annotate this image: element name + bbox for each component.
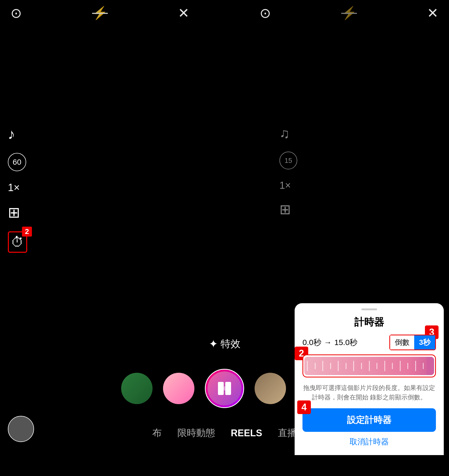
tick-6 <box>346 363 346 369</box>
speed-icon[interactable]: 1× <box>8 182 27 193</box>
tick-1 <box>307 361 308 371</box>
tick-10 <box>377 363 377 369</box>
effects-label[interactable]: ✦ 特效 <box>209 337 240 351</box>
timer-icon[interactable]: ⏱ 2 <box>8 231 27 253</box>
range-start: 0.0秒 <box>302 337 321 348</box>
right-layout-icon[interactable]: ⊞ <box>279 202 297 217</box>
flash-off2-icon[interactable]: ⚡ <box>341 6 357 20</box>
slider-wrapper: 2 <box>302 354 436 377</box>
tick-3 <box>322 361 323 371</box>
effects-text: 特效 <box>221 337 240 351</box>
right-speed-icon[interactable]: 1× <box>279 180 297 191</box>
tick-7 <box>353 361 354 371</box>
tick-15 <box>415 361 416 371</box>
avatar-3[interactable] <box>255 373 286 404</box>
right-music-icon[interactable]: ♫ <box>279 125 297 141</box>
layout-icon[interactable]: ⊞ <box>8 204 27 221</box>
close-icon[interactable]: ✕ <box>178 5 189 21</box>
tab-live[interactable]: 直播 <box>278 427 297 439</box>
music-icon[interactable]: ♪ <box>8 125 27 142</box>
countdown-options: 倒數 3秒 <box>389 335 436 350</box>
step-4-badge: 4 <box>297 400 311 414</box>
timer-panel: 計時器 0.0秒 → 15.0秒 3 倒數 3秒 2 <box>295 303 444 455</box>
tab-story[interactable]: 限時動態 <box>177 427 215 439</box>
slider-container[interactable] <box>302 354 436 377</box>
step-1-badge: 2 <box>22 227 32 237</box>
camera-view: ⊙ ⚡ ✕ ⊙ ⚡ ✕ ♪ 60 1× ⊞ ⏱ 2 ♫ 15 1× ⊞ ✦ 特效 <box>0 0 449 476</box>
tick-2 <box>315 363 316 369</box>
panel-title: 計時器 <box>302 316 436 329</box>
slider-hint: 拖曳即可選擇這個影片片段的長度。如果有設定計時器，則會在開始 錄影之前顯示倒數。 <box>302 383 436 402</box>
right-sidebar: ♫ 15 1× ⊞ <box>279 125 297 217</box>
range-arrow: → <box>324 338 332 347</box>
top-bar: ⊙ ⚡ ✕ ⊙ ⚡ ✕ <box>0 5 449 21</box>
tick-4 <box>330 363 331 369</box>
set-timer-button[interactable]: 設定計時器 <box>302 408 436 432</box>
tick-9 <box>369 361 370 371</box>
tick-5 <box>338 361 339 371</box>
tick-14 <box>407 363 408 369</box>
sparkle-icon: ✦ <box>209 337 218 350</box>
duration-icon[interactable]: 60 <box>8 153 27 171</box>
slider-ticks <box>304 357 434 375</box>
cancel-timer-link[interactable]: 取消計時器 <box>302 437 436 447</box>
tick-13 <box>400 361 401 371</box>
avatar-main-record[interactable] <box>205 369 244 408</box>
countdown-3s[interactable]: 3秒 <box>414 335 435 349</box>
tab-reels[interactable]: REELS <box>231 428 262 439</box>
avatar-1[interactable] <box>121 373 153 404</box>
tab-post[interactable]: 布 <box>152 427 162 439</box>
slider-thumb[interactable] <box>427 357 434 375</box>
nav-user-avatar[interactable] <box>8 416 34 442</box>
panel-handle <box>361 308 377 310</box>
slider-track[interactable] <box>304 357 434 375</box>
flash-off-icon[interactable]: ⚡ <box>92 6 108 20</box>
tick-8 <box>361 363 362 369</box>
left-sidebar: ♪ 60 1× ⊞ ⏱ 2 <box>8 125 27 253</box>
countdown-options-wrapper: 3 倒數 3秒 <box>389 335 436 350</box>
countdown-label[interactable]: 倒數 <box>390 335 414 349</box>
close2-icon[interactable]: ✕ <box>427 5 439 21</box>
right-duration-icon[interactable]: 15 <box>279 152 297 169</box>
tick-12 <box>392 363 393 369</box>
timer-range-header: 0.0秒 → 15.0秒 3 倒數 3秒 <box>302 335 436 350</box>
circle-icon[interactable]: ⊙ <box>260 5 271 21</box>
range-end: 15.0秒 <box>334 337 357 348</box>
set-timer-wrapper: 4 設定計時器 <box>302 408 436 437</box>
avatar-2[interactable] <box>163 373 194 404</box>
tick-16 <box>423 363 424 369</box>
settings-icon[interactable]: ⊙ <box>10 5 22 21</box>
tick-11 <box>384 361 385 371</box>
